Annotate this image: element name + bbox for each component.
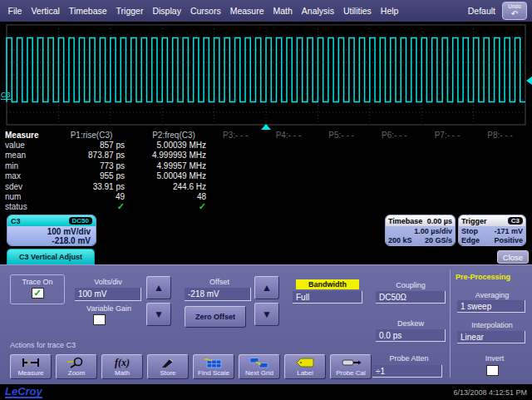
undo-arrow-icon: ↶ <box>511 10 518 17</box>
trigger-level: -171 mV <box>494 227 523 235</box>
brush-icon <box>157 357 179 368</box>
timebase-samples: 200 kS <box>388 236 412 244</box>
measure-cell: 4.99957 MHz <box>133 161 214 170</box>
menu-help[interactable]: Help <box>376 3 403 18</box>
measure-icon <box>20 357 42 368</box>
zoom-action-button[interactable]: Zoom <box>56 354 97 379</box>
measure-cell: 49 <box>50 192 133 201</box>
descriptor-row: C3 DC50 100 mV/div -218.0 mV Timebase 0.… <box>0 213 532 248</box>
deskew-field[interactable]: 0.0 ps <box>376 329 446 342</box>
menu-vertical[interactable]: Vertical <box>27 3 64 18</box>
measure-cell: 955 ps <box>50 171 133 180</box>
trigger-slope: Positive <box>494 236 523 244</box>
coupling-field[interactable]: DC50Ω <box>376 291 446 304</box>
row-label-status: status <box>0 202 50 211</box>
measure-cell: 48 <box>133 192 214 201</box>
measure-cell: 773 ps <box>50 161 133 170</box>
undo-button[interactable]: Undo ↶ <box>502 2 527 20</box>
preprocessing-title: Pre-Processing <box>456 273 510 281</box>
grid-scale-icon <box>203 357 224 368</box>
trace-on-checkbox[interactable]: ✓ <box>32 288 44 299</box>
channel-name: C3 <box>11 217 21 225</box>
measure-header-p7[interactable]: P7:- - - <box>426 131 480 140</box>
offset-decrease-button[interactable]: ▼ <box>254 303 279 326</box>
measure-header-p8[interactable]: P8:- - - <box>479 131 532 140</box>
measure-header-p2[interactable]: P2:freq(C3) <box>133 131 214 140</box>
menu-utilities[interactable]: Utilities <box>338 3 376 18</box>
zero-offset-button[interactable]: Zero Offset <box>185 306 246 328</box>
measure-cell: 873.87 ps <box>50 151 133 160</box>
menu-bar: File Vertical Timebase Trigger Display C… <box>0 0 532 22</box>
menu-trigger[interactable]: Trigger <box>111 3 148 18</box>
status-check-p1: ✓ <box>50 201 133 212</box>
measure-cell: 244.6 Hz <box>133 182 214 191</box>
next-grid-action-button[interactable]: Next Grid <box>239 354 280 379</box>
menu-display[interactable]: Display <box>148 3 185 18</box>
averaging-label: Averaging <box>459 291 525 299</box>
label-action-button[interactable]: Label <box>284 354 326 379</box>
trigger-title: Trigger <box>461 217 487 225</box>
menu-math[interactable]: Math <box>268 3 297 18</box>
measure-cell: 857 ps <box>50 141 133 150</box>
menu-timebase[interactable]: Timebase <box>64 3 111 18</box>
trigger-descriptor[interactable]: Trigger C3 Stop -171 mV Edge Positive <box>458 215 526 246</box>
row-label-num: num <box>0 192 50 201</box>
measure-header-p6[interactable]: P6:- - - <box>373 131 426 140</box>
find-scale-action-button[interactable]: Find Scale <box>193 354 234 379</box>
datetime-display: 6/13/2008 4:12:51 PM <box>453 388 527 397</box>
math-action-button[interactable]: f(x) Math <box>101 354 143 379</box>
coupling-label: Coupling <box>376 281 446 289</box>
offset-label: Offset <box>185 278 254 286</box>
offset-field[interactable]: -218 mV <box>185 288 251 301</box>
measure-action-button[interactable]: Measure <box>10 354 52 379</box>
measure-cell: 5.00049 MHz <box>133 171 214 180</box>
menu-measure[interactable]: Measure <box>225 3 268 18</box>
probe-atten-label: Probe Atten <box>376 354 442 363</box>
probe-cal-action-button[interactable]: Probe Cal <box>330 354 372 379</box>
channel-c3-descriptor[interactable]: C3 DC50 100 mV/div -218.0 mV <box>7 215 96 246</box>
actions-title: Actions for trace C3 <box>10 341 135 349</box>
trace-on-label: Trace On <box>22 278 52 286</box>
averaging-field[interactable]: 1 sweep <box>457 300 525 313</box>
interpolation-field[interactable]: Linear <box>457 331 525 343</box>
timebase-title: Timebase <box>388 217 422 225</box>
menu-file[interactable]: File <box>3 3 27 18</box>
tab-c3-vertical-adjust[interactable]: C3 Vertical Adjust <box>7 249 95 264</box>
tag-icon <box>294 357 316 368</box>
store-action-button[interactable]: Store <box>147 354 189 379</box>
close-button[interactable]: Close <box>497 250 529 264</box>
measure-header-p1[interactable]: P1:rise(C3) <box>50 131 133 140</box>
trigger-mode: Stop <box>461 227 478 235</box>
offset-increase-button[interactable]: ▲ <box>254 276 279 299</box>
menu-cursors[interactable]: Cursors <box>185 3 225 18</box>
default-setup-label[interactable]: Default <box>461 6 502 16</box>
measure-cell: 33.91 ps <box>50 182 133 191</box>
next-grid-icon <box>249 357 270 368</box>
channel-offset: -218.0 mV <box>12 236 91 245</box>
measure-table-title: Measure <box>0 131 50 140</box>
invert-checkbox[interactable] <box>486 365 499 376</box>
menu-analysis[interactable]: Analysis <box>297 3 338 18</box>
measure-header-p3[interactable]: P3:- - - <box>214 131 268 140</box>
volts-div-field[interactable]: 100 mV <box>75 288 141 301</box>
channel-indicator-label: C3 <box>1 91 11 99</box>
up-arrow-icon: ▲ <box>262 282 272 294</box>
bandwidth-field[interactable]: Full <box>293 291 362 304</box>
measure-header-p4[interactable]: P4:- - - <box>268 131 321 140</box>
timebase-scale: 1.00 µs/div <box>414 227 452 235</box>
deskew-label: Deskew <box>384 319 437 328</box>
volts-div-increase-button[interactable]: ▲ <box>146 276 171 299</box>
bandwidth-label: Bandwidth <box>296 279 359 289</box>
measure-table: Measure P1:rise(C3) P2:freq(C3) P3:- - -… <box>0 130 532 213</box>
measure-header-p5[interactable]: P5:- - - <box>320 131 373 140</box>
down-arrow-icon: ▼ <box>154 309 164 320</box>
volts-div-decrease-button[interactable]: ▼ <box>146 303 171 326</box>
waveform-svg: C3 <box>0 22 532 130</box>
row-label-min: min <box>0 161 50 170</box>
probe-atten-field[interactable]: ÷1 <box>372 365 442 378</box>
status-check-p2: ✓ <box>133 201 214 212</box>
waveform-display[interactable]: C3 <box>0 22 532 130</box>
variable-gain-checkbox[interactable] <box>93 314 106 325</box>
timebase-descriptor[interactable]: Timebase 0.00 µs 1.00 µs/div 200 kS 20 G… <box>385 215 456 246</box>
volts-div-label: Volts/div <box>73 278 143 286</box>
